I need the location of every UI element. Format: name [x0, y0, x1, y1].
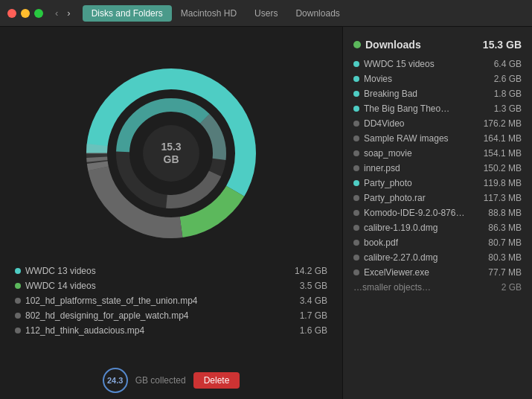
breadcrumb-tabs: Disks and Folders Macintosh HD Users Dow… — [83, 5, 349, 22]
forward-arrow[interactable]: › — [64, 6, 73, 20]
tab-downloads[interactable]: Downloads — [286, 5, 348, 22]
back-arrow[interactable]: ‹ — [52, 6, 61, 20]
list-item[interactable]: 802_hd_designing_for_apple_watch.mp4 1.7… — [15, 308, 327, 323]
right-footer-label: …smaller objects… — [353, 282, 431, 293]
right-header-size: 15.3 GB — [483, 39, 522, 51]
right-list-item[interactable]: inner.psd 150.2 MB — [343, 161, 532, 176]
dot-icon — [353, 255, 359, 261]
right-list-item[interactable]: Movies 2.6 GB — [343, 71, 532, 86]
right-list-item[interactable]: Breaking Bad 1.8 GB — [343, 86, 532, 101]
dot-icon — [15, 328, 21, 333]
fullscreen-button[interactable] — [34, 9, 43, 18]
dot-icon — [15, 268, 21, 274]
dot-icon — [353, 240, 359, 246]
dot-icon — [353, 210, 359, 216]
right-list-item[interactable]: The Big Bang Theo… 1.3 GB — [343, 101, 532, 116]
right-list-item[interactable]: calibre-1.19.0.dmg 86.3 MB — [343, 220, 532, 235]
right-list-item[interactable]: Party_photo.rar 117.3 MB — [343, 191, 532, 205]
list-item[interactable]: 102_hd_platforms_state_of_the_union.mp4 … — [15, 293, 327, 308]
dot-icon — [353, 180, 359, 186]
dot-icon — [353, 225, 359, 231]
chart-unit: GB — [161, 153, 181, 166]
file-list: WWDC 13 videos 14.2 GB WWDC 14 videos 3.… — [0, 258, 342, 362]
right-footer-size: 2 GB — [501, 282, 522, 293]
delete-button[interactable]: Delete — [193, 372, 240, 389]
dot-icon — [353, 121, 359, 127]
list-item[interactable]: 112_hd_think_audacious.mp4 1.6 GB — [15, 323, 327, 338]
tab-disks-and-folders[interactable]: Disks and Folders — [83, 5, 172, 22]
minimize-button[interactable] — [21, 9, 30, 18]
right-footer-row: …smaller objects… 2 GB — [343, 280, 532, 295]
header-dot — [353, 41, 361, 48]
dot-icon — [353, 91, 359, 97]
status-value: 24.3 — [107, 376, 123, 385]
dot-icon — [353, 76, 359, 82]
right-panel: Downloads 15.3 GB WWDC 15 videos 6.4 GB … — [342, 27, 532, 399]
dot-icon — [353, 195, 359, 201]
tab-macintosh-hd[interactable]: Macintosh HD — [172, 5, 246, 22]
status-circle: 24.3 — [103, 368, 128, 393]
chart-value: 15.3 — [161, 141, 181, 153]
close-button[interactable] — [7, 9, 16, 18]
right-list-item[interactable]: Party_photo 119.8 MB — [343, 176, 532, 191]
chart-center-label: 15.3 GB — [161, 141, 181, 166]
dot-icon — [353, 165, 359, 171]
dot-icon — [15, 283, 21, 289]
left-panel: 15.3 GB WWDC 13 videos 14.2 GB WWDC 14 v… — [0, 27, 342, 399]
main-content: 15.3 GB WWDC 13 videos 14.2 GB WWDC 14 v… — [0, 27, 532, 399]
dot-icon — [15, 313, 21, 319]
right-header-name: Downloads — [365, 39, 421, 51]
status-text: GB collected — [135, 375, 186, 386]
right-list-item[interactable]: calibre-2.27.0.dmg 80.3 MB — [343, 250, 532, 265]
right-list-item[interactable]: WWDC 15 videos 6.4 GB — [343, 57, 532, 71]
list-item[interactable]: WWDC 14 videos 3.5 GB — [15, 278, 327, 293]
dot-icon — [353, 106, 359, 112]
right-list-item[interactable]: ExcelViewer.exe 77.7 MB — [343, 265, 532, 280]
dot-icon — [353, 150, 359, 156]
right-header-row: Downloads 15.3 GB — [343, 34, 532, 57]
status-bar: 24.3 GB collected Delete — [88, 362, 255, 399]
nav-arrows: ‹ › — [52, 6, 74, 20]
list-item[interactable]: WWDC 13 videos 14.2 GB — [15, 264, 327, 278]
dot-icon — [353, 135, 359, 141]
right-list-item[interactable]: soap_movie 154.1 MB — [343, 146, 532, 161]
titlebar: ‹ › Disks and Folders Macintosh HD Users… — [0, 0, 532, 27]
dot-icon — [353, 269, 359, 275]
right-list-item[interactable]: Sample RAW images 164.1 MB — [343, 131, 532, 146]
chart-container: 15.3 GB — [60, 49, 283, 258]
right-list-item[interactable]: Komodo-IDE-9.2.0-876… 88.8 MB — [343, 205, 532, 220]
right-list-item[interactable]: book.pdf 80.7 MB — [343, 235, 532, 250]
right-list-item[interactable]: DD4Video 176.2 MB — [343, 116, 532, 131]
traffic-lights — [7, 9, 43, 18]
dot-icon — [15, 298, 21, 304]
tab-users[interactable]: Users — [246, 5, 286, 22]
dot-icon — [353, 61, 359, 67]
